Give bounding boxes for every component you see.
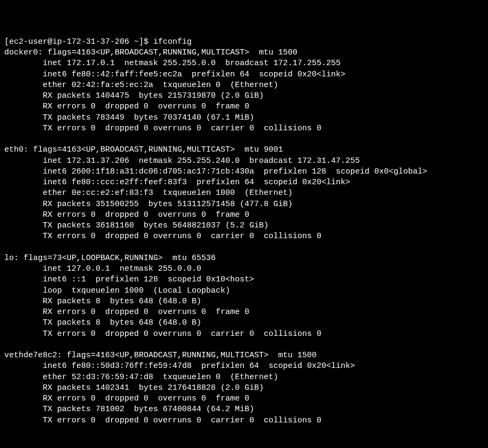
- interface-detail-line: inet6 fe80::ccc:e2ff:feef:83f3 prefixlen…: [4, 177, 484, 188]
- indent: [4, 361, 43, 371]
- interface-detail-line: TX errors 0 dropped 0 overruns 0 carrier…: [4, 231, 484, 242]
- shell-prompt: [ec2-user@ip-172-31-37-206 ~]$: [4, 37, 153, 46]
- indent: [4, 102, 43, 111]
- interface-detail-line: inet6 ::1 prefixlen 128 scopeid 0x10<hos…: [4, 274, 484, 285]
- blank-line: [4, 340, 484, 350]
- indent: [4, 167, 43, 176]
- indent: [4, 286, 43, 295]
- detail-text: TX errors 0 dropped 0 overruns 0 carrier…: [43, 416, 321, 425]
- interface-detail-line: RX packets 1402341 bytes 2176418828 (2.0…: [4, 383, 484, 394]
- indent: [4, 200, 43, 209]
- interface-header: lo: flags=73<UP,LOOPBACK,RUNNING> mtu 65…: [4, 253, 484, 264]
- interface-header-text: vethde7e8c2: flags=4163<UP,BROADCAST,RUN…: [4, 351, 317, 360]
- detail-text: inet 172.31.37.206 netmask 255.255.240.0…: [43, 156, 360, 166]
- detail-text: TX errors 0 dropped 0 overruns 0 carrier…: [43, 232, 321, 241]
- indent: [4, 297, 43, 306]
- indent: [4, 383, 43, 392]
- detail-text: TX errors 0 dropped 0 overruns 0 carrier…: [43, 124, 321, 133]
- detail-text: TX packets 8 bytes 648 (648.0 B): [43, 318, 201, 327]
- interface-header-text: docker0: flags=4163<UP,BROADCAST,RUNNING…: [4, 48, 297, 57]
- interface-header: eth0: flags=4163<UP,BROADCAST,RUNNING,MU…: [4, 145, 484, 155]
- detail-text: RX errors 0 dropped 0 overruns 0 frame 0: [43, 210, 249, 219]
- indent: [4, 275, 43, 284]
- detail-text: inet6 fe80::50d3:76ff:fe59:47d8 prefixle…: [43, 361, 355, 371]
- detail-text: TX packets 36181160 bytes 5648821037 (5.…: [43, 221, 269, 230]
- indent: [4, 188, 43, 198]
- detail-text: RX errors 0 dropped 0 overruns 0 frame 0: [43, 102, 249, 111]
- indent: [4, 81, 43, 90]
- interface-detail-line: RX packets 1404475 bytes 2157319870 (2.0…: [4, 91, 484, 101]
- detail-text: RX packets 1402341 bytes 2176418828 (2.0…: [43, 383, 264, 392]
- detail-text: loop txqueuelen 1000 (Local Loopback): [43, 286, 230, 295]
- interface-detail-line: RX errors 0 dropped 0 overruns 0 frame 0: [4, 394, 484, 404]
- detail-text: inet 127.0.0.1 netmask 255.0.0.0: [43, 264, 201, 273]
- detail-text: RX packets 8 bytes 648 (648.0 B): [43, 297, 201, 306]
- interface-detail-line: inet 172.31.37.206 netmask 255.255.240.0…: [4, 156, 484, 167]
- interface-detail-line: RX errors 0 dropped 0 overruns 0 frame 0: [4, 210, 484, 221]
- indent: [4, 232, 43, 241]
- interface-detail-line: RX packets 8 bytes 648 (648.0 B): [4, 296, 484, 307]
- interface-detail-line: ether 52:d3:76:59:47:d8 txqueuelen 0 (Et…: [4, 372, 484, 383]
- detail-text: inet6 fe80::ccc:e2ff:feef:83f3 prefixlen…: [43, 178, 350, 187]
- indent: [4, 329, 43, 339]
- interface-detail-line: inet6 2600:1f18:a31:dc06:d705:ac17:71cb:…: [4, 167, 484, 177]
- detail-text: ether 52:d3:76:59:47:d8 txqueuelen 0 (Et…: [43, 373, 278, 382]
- interface-detail-line: RX errors 0 dropped 0 overruns 0 frame 0: [4, 101, 484, 112]
- interface-detail-line: TX packets 781002 bytes 67400844 (64.2 M…: [4, 404, 484, 415]
- indent: [4, 416, 43, 425]
- detail-text: inet 172.17.0.1 netmask 255.255.0.0 broa…: [43, 59, 341, 68]
- indent: [4, 394, 43, 403]
- indent: [4, 70, 43, 79]
- detail-text: RX errors 0 dropped 0 overruns 0 frame 0: [43, 394, 249, 403]
- detail-text: inet6 2600:1f18:a31:dc06:d705:ac17:71cb:…: [43, 167, 427, 176]
- indent: [4, 405, 43, 414]
- indent: [4, 308, 43, 317]
- detail-text: inet6 fe80::42:faff:fee5:ec2a prefixlen …: [43, 70, 345, 79]
- detail-text: TX errors 0 dropped 0 overruns 0 carrier…: [43, 329, 321, 339]
- interface-detail-line: loop txqueuelen 1000 (Local Loopback): [4, 286, 484, 296]
- indent: [4, 124, 43, 133]
- interface-detail-line: RX packets 351500255 bytes 513112571458 …: [4, 199, 484, 210]
- indent: [4, 113, 43, 122]
- interface-detail-line: TX packets 8 bytes 648 (648.0 B): [4, 318, 484, 328]
- blank-line: [4, 134, 484, 145]
- interface-detail-line: TX errors 0 dropped 0 overruns 0 carrier…: [4, 329, 484, 340]
- interface-detail-line: TX packets 783449 bytes 70374140 (67.1 M…: [4, 113, 484, 123]
- interface-detail-line: inet6 fe80::42:faff:fee5:ec2a prefixlen …: [4, 69, 484, 80]
- interface-detail-line: ether 02:42:fa:e5:ec:2a txqueuelen 0 (Et…: [4, 80, 484, 91]
- detail-text: TX packets 781002 bytes 67400844 (64.2 M…: [43, 405, 254, 414]
- interface-header-text: eth0: flags=4163<UP,BROADCAST,RUNNING,MU…: [4, 145, 283, 154]
- detail-text: RX packets 1404475 bytes 2157319870 (2.0…: [43, 91, 264, 100]
- interface-header-text: lo: flags=73<UP,LOOPBACK,RUNNING> mtu 65…: [4, 254, 216, 263]
- prompt-line[interactable]: [ec2-user@ip-172-31-37-206 ~]$ ifconfig: [4, 37, 484, 48]
- detail-text: RX errors 0 dropped 0 overruns 0 frame 0: [43, 308, 249, 317]
- interface-header: docker0: flags=4163<UP,BROADCAST,RUNNING…: [4, 48, 484, 58]
- interface-detail-line: TX errors 0 dropped 0 overruns 0 carrier…: [4, 123, 484, 134]
- interface-detail-line: RX errors 0 dropped 0 overruns 0 frame 0: [4, 307, 484, 318]
- indent: [4, 178, 43, 187]
- indent: [4, 264, 43, 273]
- indent: [4, 91, 43, 100]
- indent: [4, 373, 43, 382]
- interface-detail-line: TX packets 36181160 bytes 5648821037 (5.…: [4, 221, 484, 231]
- indent: [4, 221, 43, 230]
- blank-line: [4, 242, 484, 253]
- interface-detail-line: inet 127.0.0.1 netmask 255.0.0.0: [4, 264, 484, 274]
- interface-header: vethde7e8c2: flags=4163<UP,BROADCAST,RUN…: [4, 350, 484, 361]
- detail-text: TX packets 783449 bytes 70374140 (67.1 M…: [43, 113, 254, 122]
- interface-detail-line: ether 0e:cc:e2:ef:83:f3 txqueuelen 1000 …: [4, 188, 484, 199]
- detail-text: ether 0e:cc:e2:ef:83:f3 txqueuelen 1000 …: [43, 188, 293, 198]
- indent: [4, 210, 43, 219]
- interface-detail-line: inet 172.17.0.1 netmask 255.255.0.0 broa…: [4, 58, 484, 69]
- interface-detail-line: inet6 fe80::50d3:76ff:fe59:47d8 prefixle…: [4, 361, 484, 372]
- indent: [4, 156, 43, 166]
- indent: [4, 318, 43, 327]
- detail-text: RX packets 351500255 bytes 513112571458 …: [43, 200, 293, 209]
- command-text: ifconfig: [153, 37, 192, 46]
- detail-text: ether 02:42:fa:e5:ec:2a txqueuelen 0 (Et…: [43, 81, 278, 90]
- indent: [4, 59, 43, 68]
- interface-detail-line: TX errors 0 dropped 0 overruns 0 carrier…: [4, 415, 484, 426]
- detail-text: inet6 ::1 prefixlen 128 scopeid 0x10<hos…: [43, 275, 254, 284]
- terminal-output: [ec2-user@ip-172-31-37-206 ~]$ ifconfigd…: [4, 37, 484, 426]
